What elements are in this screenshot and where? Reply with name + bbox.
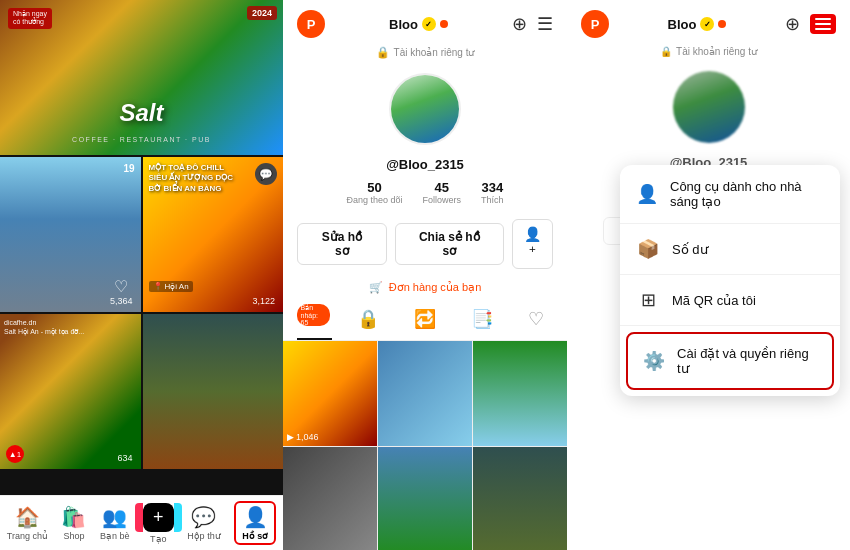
hamburger-line-1 xyxy=(815,18,831,20)
profile-actions: Sửa hồ sơ Chia sẻ hồ sơ 👤+ xyxy=(283,211,567,277)
feed-item-3[interactable]: MỘT TOẠ ĐÔ CHILL SIÊU ẤN TƯỢNG DỌC BỜ BI… xyxy=(143,157,284,312)
menu-header: P Bloo ✓ ⊕ xyxy=(567,0,850,44)
dropdown-item-balance[interactable]: 📦 Số dư xyxy=(620,224,840,275)
private-badge: 🔒 Tài khoản riêng tư xyxy=(283,44,567,65)
balance-icon: 📦 xyxy=(636,238,660,260)
stat-likes-num: 334 xyxy=(481,180,504,195)
nav-shop[interactable]: 🛍️ Shop xyxy=(61,505,86,541)
like-tab-icon: ♡ xyxy=(528,309,544,329)
nav-profile[interactable]: 👤 Hồ sơ xyxy=(234,501,276,545)
feed-item-5[interactable] xyxy=(143,314,284,469)
cart-icon: 🛒 xyxy=(369,281,383,294)
lock-icon: 🔒 xyxy=(376,46,390,59)
tab-lock[interactable]: 🔒 xyxy=(347,300,389,340)
dropdown-item-qr[interactable]: ⊞ Mã QR của tôi xyxy=(620,275,840,326)
menu-share-icon[interactable]: ⊕ xyxy=(785,13,800,35)
avatar-container xyxy=(283,65,567,153)
nav-friends[interactable]: 👥 Bạn bè xyxy=(100,505,130,541)
draft-count-badge: Bản nháp: 65 xyxy=(297,304,330,326)
inbox-icon: 💬 xyxy=(191,505,216,529)
profile-header-icons: ⊕ ☰ xyxy=(512,13,553,35)
stat-followers-label: Followers xyxy=(423,195,462,205)
stat-following-num: 50 xyxy=(346,180,402,195)
share-header-icon[interactable]: ⊕ xyxy=(512,13,527,35)
add-friend-button[interactable]: 👤+ xyxy=(512,219,553,269)
tab-like[interactable]: ♡ xyxy=(518,300,554,340)
settings-label: Cài đặt và quyền riêng tư xyxy=(677,346,818,376)
feed-item-4[interactable]: dicafhe.dnSalt Hội An - một tọa đỡ... 63… xyxy=(0,314,141,469)
dropdown-item-settings[interactable]: ⚙️ Cài đặt và quyền riêng tư xyxy=(626,332,834,390)
nav-create-label: Tạo xyxy=(150,534,167,544)
nav-home-label: Trang chủ xyxy=(7,531,48,541)
salt-overlay: Salt xyxy=(119,99,163,127)
feed-num-2: 19 xyxy=(123,163,134,174)
feed-panel: Nhận ngay có thưởng 2024 Salt COFFEE · R… xyxy=(0,0,283,550)
profile-panel: P Bloo ✓ ⊕ ☰ 🔒 Tài khoản riêng tư @Bloo_… xyxy=(283,0,567,550)
num-4: 634 xyxy=(117,453,132,463)
nav-profile-label: Hồ sơ xyxy=(242,531,268,541)
stat-following: 50 Đang theo dõi xyxy=(346,180,402,205)
profile-header: P Bloo ✓ ⊕ ☰ xyxy=(283,0,567,44)
tab-grid[interactable]: ⊞ Bản nháp: 65 xyxy=(297,300,332,340)
profile-stats: 50 Đang theo dõi 45 Followers 334 Thích xyxy=(283,174,567,211)
feed-grid: Nhận ngay có thưởng 2024 Salt COFFEE · R… xyxy=(0,0,283,465)
menu-live-dot xyxy=(718,20,726,28)
stat-followers-num: 45 xyxy=(423,180,462,195)
feed-like-2: ♡ 5,364 xyxy=(110,277,133,306)
menu-hamburger-button[interactable] xyxy=(810,14,836,34)
live-dot xyxy=(440,20,448,28)
dropdown-menu: 👤 Công cụ dành cho nhà sáng tạo 📦 Số dư … xyxy=(620,165,840,396)
menu-lock-icon: 🔒 xyxy=(660,46,672,57)
tab-repost[interactable]: 🔁 xyxy=(404,300,446,340)
profile-username: Bloo xyxy=(389,17,418,32)
content-item-3[interactable] xyxy=(473,341,567,446)
feed-item-1[interactable]: Nhận ngay có thưởng 2024 Salt COFFEE · R… xyxy=(0,0,283,155)
year-badge: 2024 xyxy=(247,6,277,20)
home-icon: 🏠 xyxy=(15,505,40,529)
tab-saved[interactable]: 📑 xyxy=(461,300,503,340)
feed-text-3: MỘT TOẠ ĐÔ CHILL SIÊU ẤN TƯỢNG DỌC BỜ BI… xyxy=(149,163,239,194)
balance-label: Số dư xyxy=(672,242,708,257)
profile-p-icon[interactable]: P xyxy=(297,10,325,38)
shop-link[interactable]: 🛒 Đơn hàng của bạn xyxy=(283,277,567,300)
avatar xyxy=(389,73,461,145)
menu-p-icon[interactable]: P xyxy=(581,10,609,38)
share-profile-button[interactable]: Chia sẻ hồ sơ xyxy=(395,223,504,265)
profile-icon: 👤 xyxy=(243,505,268,529)
hamburger-line-3 xyxy=(815,28,831,30)
content-item-1[interactable]: ▶ 1,046 xyxy=(283,341,377,446)
stat-followers: 45 Followers xyxy=(423,180,462,205)
menu-header-icon[interactable]: ☰ xyxy=(537,13,553,35)
content-item-2[interactable] xyxy=(378,341,472,446)
menu-header-icons: ⊕ xyxy=(785,13,836,35)
content-item-5[interactable] xyxy=(378,447,472,550)
content-item-4[interactable] xyxy=(283,447,377,550)
promo-badge: Nhận ngay có thưởng xyxy=(8,8,52,29)
bottom-nav: 🏠 Trang chủ 🛍️ Shop 👥 Bạn bè + Tạo 💬 Hộp… xyxy=(0,495,283,550)
profile-username-area: Bloo ✓ xyxy=(389,17,448,32)
verified-badge: ✓ xyxy=(422,17,436,31)
profile-handle: @Bloo_2315 xyxy=(283,153,567,174)
num-3: 3,122 xyxy=(252,296,275,306)
edit-profile-button[interactable]: Sửa hồ sơ xyxy=(297,223,387,265)
menu-username: Bloo xyxy=(668,17,697,32)
stat-likes-label: Thích xyxy=(481,195,504,205)
content-item-6[interactable] xyxy=(473,447,567,550)
nav-create[interactable]: + Tạo xyxy=(143,503,174,544)
menu-verified-badge: ✓ xyxy=(700,17,714,31)
dropdown-item-creator-tools[interactable]: 👤 Công cụ dành cho nhà sáng tạo xyxy=(620,165,840,224)
nav-inbox-label: Hộp thư xyxy=(187,531,221,541)
views-1: ▶ 1,046 xyxy=(287,432,319,442)
stat-likes: 334 Thích xyxy=(481,180,504,205)
settings-icon: ⚙️ xyxy=(642,350,665,372)
shop-icon: 🛍️ xyxy=(61,505,86,529)
feed-item-2[interactable]: 19 ♡ 5,364 xyxy=(0,157,141,312)
hamburger-line-2 xyxy=(815,23,831,25)
create-button[interactable]: + xyxy=(143,503,174,532)
nav-inbox[interactable]: 💬 Hộp thư xyxy=(187,505,221,541)
menu-private-badge: 🔒 Tài khoản riêng tư xyxy=(567,44,850,63)
saved-tab-icon: 📑 xyxy=(471,309,493,329)
feed-desc-4: dicafhe.dnSalt Hội An - một tọa đỡ... xyxy=(4,318,84,336)
profile-content-grid: ▶ 1,046 xyxy=(283,341,567,550)
nav-home[interactable]: 🏠 Trang chủ xyxy=(7,505,48,541)
